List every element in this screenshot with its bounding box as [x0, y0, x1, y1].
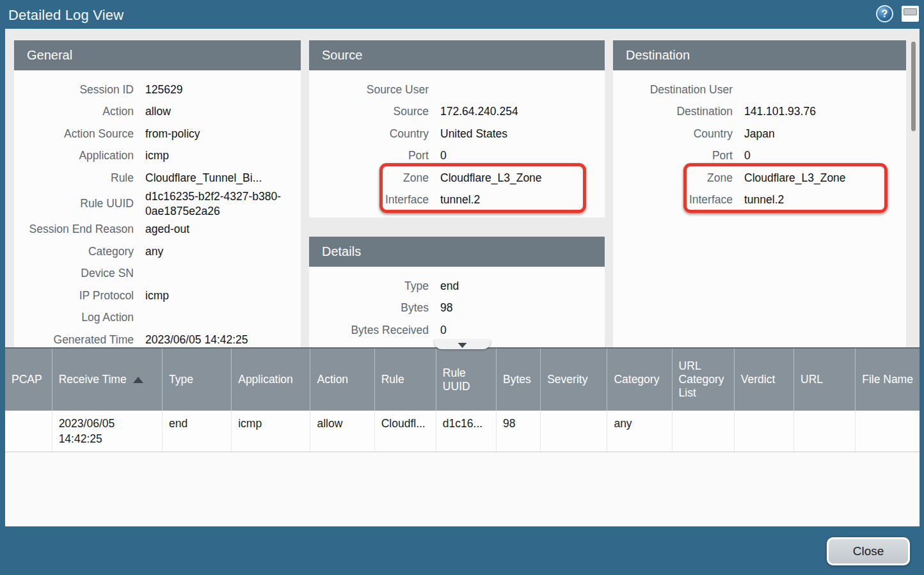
field-label: Device SN	[14, 266, 145, 281]
field-label: Zone	[613, 171, 744, 185]
column-header-label: Category	[614, 373, 659, 386]
field-value: d1c16235-b2f2-4327-b380-0ae1875e2a26	[145, 189, 301, 219]
field-row: ZoneCloudflare_L3_Zone	[613, 167, 906, 189]
field-value: any	[145, 244, 301, 259]
column-header-label: URL Category List	[679, 359, 724, 399]
field-label: Session ID	[14, 83, 145, 97]
window-icon[interactable]	[902, 6, 919, 22]
column-header-action[interactable]: Action	[310, 349, 374, 411]
field-value: 141.101.93.76	[744, 104, 906, 119]
collapse-handle[interactable]	[434, 340, 490, 349]
field-row: Applicationicmp	[14, 145, 301, 168]
field-value: United States	[440, 127, 605, 141]
field-value: end	[440, 279, 605, 294]
field-value: icmp	[145, 288, 301, 303]
column-header-pcap[interactable]: PCAP	[5, 349, 52, 411]
field-row: CountryUnited States	[309, 123, 605, 145]
field-value: icmp	[145, 148, 301, 163]
field-value: 2023/06/05 14:42:25	[145, 333, 301, 347]
field-row: Device SN	[14, 263, 301, 285]
destination-highlighted-fields: ZoneCloudflare_L3_ZoneInterfacetunnel.2	[613, 167, 906, 211]
column-header-application[interactable]: Application	[232, 349, 310, 411]
field-value: 125629	[145, 83, 301, 97]
log-detail-panels: General Session ID125629ActionallowActio…	[5, 29, 920, 347]
source-highlighted-fields: ZoneCloudflare_L3_ZoneInterfacetunnel.2	[309, 167, 605, 211]
column-header-label: Rule	[381, 373, 404, 386]
column-header-type[interactable]: Type	[163, 349, 232, 411]
vertical-scrollbar-thumb[interactable]	[911, 42, 916, 131]
dialog-content: General Session ID125629ActionallowActio…	[5, 29, 920, 526]
field-row: Session End Reasonaged-out	[14, 219, 301, 241]
field-row: Categoryany	[14, 240, 301, 263]
general-panel-header: General	[14, 40, 301, 70]
field-value: 0	[744, 148, 906, 163]
column-header-category[interactable]: Category	[607, 349, 672, 411]
table-cell: icmp	[232, 411, 310, 452]
table-cell	[541, 411, 607, 452]
field-row: Destination141.101.93.76	[613, 101, 906, 123]
field-row: CountryJapan	[613, 123, 906, 145]
field-row: Generated Time2023/06/05 14:42:25	[14, 329, 301, 347]
table-cell	[734, 411, 793, 452]
field-row: Typeend	[309, 275, 605, 297]
table-row[interactable]: 2023/06/05 14:42:25endicmpallowCloudfl..…	[5, 411, 920, 452]
column-header-file-name[interactable]: File Name	[856, 349, 920, 411]
page-title: Detailed Log View	[8, 7, 123, 24]
field-value: tunnel.2	[440, 193, 605, 207]
field-label: Source User	[309, 83, 440, 97]
table-cell	[5, 411, 52, 452]
field-label: Rule	[14, 171, 145, 185]
field-label: Type	[309, 279, 440, 294]
field-row: Port0	[309, 145, 605, 168]
field-label: Zone	[309, 171, 440, 185]
field-label: Interface	[309, 193, 440, 207]
source-panel: Source Source UserSource172.64.240.254Co…	[309, 40, 605, 217]
destination-panel-header: Destination	[613, 40, 906, 70]
field-label: Destination User	[613, 83, 744, 97]
field-label: Generated Time	[14, 333, 145, 347]
close-button[interactable]: Close	[827, 537, 910, 565]
column-header-url[interactable]: URL	[794, 349, 856, 411]
column-header-rule-uuid[interactable]: Rule UUID	[436, 349, 496, 411]
column-header-bytes[interactable]: Bytes	[497, 349, 541, 411]
field-label: Interface	[613, 193, 744, 207]
help-icon[interactable]: ?	[876, 5, 893, 22]
field-label: Port	[309, 148, 440, 163]
column-header-label: PCAP	[12, 373, 42, 386]
column-header-verdict[interactable]: Verdict	[734, 349, 793, 411]
field-label: Application	[14, 148, 145, 163]
table-cell: end	[163, 411, 232, 452]
field-row: Rule UUIDd1c16235-b2f2-4327-b380-0ae1875…	[14, 189, 301, 219]
table-header-row: PCAPReceive TimeTypeApplicationActionRul…	[5, 349, 920, 411]
field-row: Action Sourcefrom-policy	[14, 123, 301, 145]
column-header-severity[interactable]: Severity	[541, 349, 607, 411]
column-header-receive-time[interactable]: Receive Time	[52, 349, 162, 411]
field-label: Country	[613, 127, 744, 141]
field-label: Category	[14, 244, 145, 259]
field-label: Country	[309, 127, 440, 141]
field-label: Action	[14, 104, 145, 119]
field-row: ZoneCloudflare_L3_Zone	[309, 167, 605, 189]
field-row: Interfacetunnel.2	[613, 189, 906, 212]
chevron-down-icon	[458, 343, 466, 348]
field-row: IP Protocolicmp	[14, 285, 301, 307]
field-value: from-policy	[145, 127, 301, 141]
field-label: IP Protocol	[14, 288, 145, 303]
sort-ascending-icon	[133, 377, 143, 383]
field-row: Destination User	[613, 79, 906, 101]
table-cell	[794, 411, 856, 452]
question-mark-glyph: ?	[882, 8, 888, 20]
field-row: RuleCloudflare_Tunnel_Bi...	[14, 167, 301, 189]
table-cell: any	[607, 411, 672, 452]
field-label: Session End Reason	[14, 222, 145, 237]
field-label: Rule UUID	[14, 196, 145, 211]
column-header-label: Application	[238, 373, 293, 386]
field-value: 0	[440, 148, 605, 163]
destination-panel: Destination Destination UserDestination1…	[613, 40, 906, 347]
window-inner-shape	[904, 8, 917, 15]
details-panel: Details TypeendBytes98Bytes Received0	[309, 237, 605, 347]
field-row: Source User	[309, 79, 605, 101]
column-header-rule[interactable]: Rule	[374, 349, 436, 411]
details-panel-header: Details	[309, 237, 605, 267]
column-header-url-category-list[interactable]: URL Category List	[672, 349, 734, 411]
